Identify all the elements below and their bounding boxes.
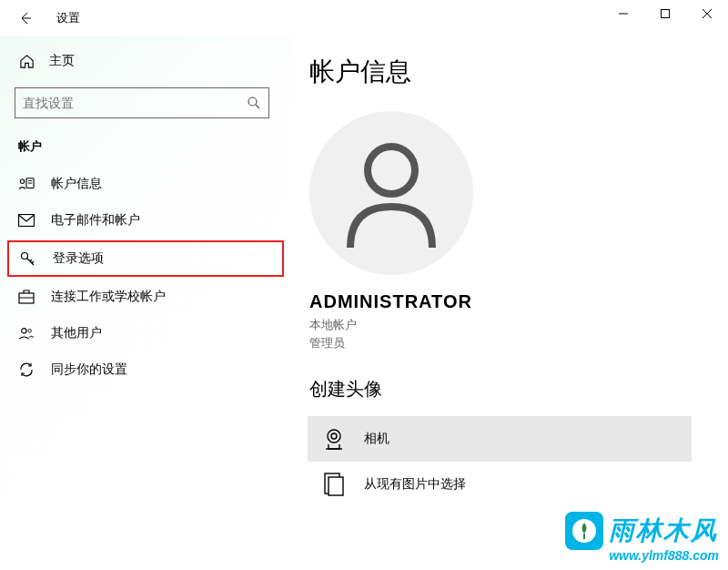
svg-point-22 bbox=[331, 433, 337, 439]
option-camera[interactable]: 相机 bbox=[308, 416, 692, 462]
search-input[interactable] bbox=[23, 96, 247, 110]
username: ADMINISTRATOR bbox=[309, 291, 692, 312]
briefcase-icon bbox=[18, 289, 35, 305]
sidebar-item-label: 登录选项 bbox=[53, 250, 104, 267]
svg-rect-2 bbox=[662, 10, 670, 18]
svg-point-21 bbox=[328, 430, 340, 443]
sidebar-item-sync[interactable]: 同步你的设置 bbox=[0, 351, 291, 388]
home-label: 主页 bbox=[49, 53, 75, 69]
svg-line-6 bbox=[256, 105, 259, 108]
close-icon bbox=[703, 9, 712, 18]
sidebar-item-label: 连接工作或学校帐户 bbox=[51, 289, 166, 305]
search-icon bbox=[247, 96, 261, 110]
person-card-icon bbox=[18, 176, 35, 192]
avatar bbox=[309, 111, 473, 275]
watermark-text: 雨林木风 bbox=[609, 514, 718, 548]
main-content: 帐户信息 ADMINISTRATOR 本地帐户 管理员 创建头像 相机 从现有图… bbox=[291, 36, 728, 570]
sidebar-item-account-info[interactable]: 帐户信息 bbox=[0, 166, 291, 202]
back-button[interactable] bbox=[7, 0, 44, 36]
svg-point-19 bbox=[28, 330, 32, 333]
account-type: 本地帐户 bbox=[309, 316, 692, 334]
search-input-wrap[interactable] bbox=[15, 87, 269, 118]
camera-icon bbox=[322, 427, 346, 451]
maximize-icon bbox=[661, 9, 670, 18]
svg-point-5 bbox=[248, 97, 257, 106]
svg-rect-25 bbox=[329, 477, 343, 495]
close-button[interactable] bbox=[686, 0, 728, 27]
sidebar-item-signin-highlight: 登录选项 bbox=[7, 240, 284, 277]
people-icon bbox=[18, 325, 35, 341]
sidebar-item-label: 帐户信息 bbox=[51, 176, 102, 192]
minimize-button[interactable] bbox=[602, 0, 644, 27]
sidebar-item-label: 同步你的设置 bbox=[51, 361, 127, 378]
mail-icon bbox=[18, 212, 35, 229]
watermark: 雨林木风 www.ylmf888.com bbox=[565, 512, 719, 563]
svg-line-15 bbox=[30, 260, 32, 261]
sidebar-item-work-school[interactable]: 连接工作或学校帐户 bbox=[0, 279, 291, 315]
sync-icon bbox=[18, 361, 35, 378]
person-icon bbox=[341, 138, 441, 248]
svg-point-8 bbox=[20, 179, 25, 184]
svg-point-12 bbox=[22, 253, 28, 260]
maximize-button[interactable] bbox=[644, 0, 686, 27]
arrow-left-icon bbox=[18, 11, 33, 25]
svg-point-20 bbox=[368, 147, 415, 194]
window-title: 设置 bbox=[56, 10, 80, 26]
sidebar: 主页 帐户 帐户信息 电子邮件和帐户 登录选项 bbox=[0, 36, 291, 570]
sidebar-item-signin[interactable]: 登录选项 bbox=[9, 242, 282, 275]
home-icon bbox=[18, 53, 35, 69]
key-icon bbox=[20, 250, 36, 267]
option-browse[interactable]: 从现有图片中选择 bbox=[308, 462, 692, 507]
option-label: 从现有图片中选择 bbox=[364, 476, 466, 493]
svg-point-18 bbox=[22, 329, 26, 333]
sidebar-item-label: 电子邮件和帐户 bbox=[51, 212, 140, 229]
account-role: 管理员 bbox=[309, 334, 692, 352]
sidebar-item-label: 其他用户 bbox=[51, 325, 102, 341]
option-label: 相机 bbox=[364, 431, 389, 447]
watermark-logo-icon bbox=[565, 512, 603, 550]
home-link[interactable]: 主页 bbox=[0, 46, 291, 76]
browse-icon bbox=[322, 473, 346, 496]
watermark-url: www.ylmf888.com bbox=[609, 548, 719, 563]
svg-line-14 bbox=[32, 261, 34, 263]
sidebar-item-email[interactable]: 电子邮件和帐户 bbox=[0, 202, 291, 239]
page-title: 帐户信息 bbox=[309, 55, 692, 89]
create-avatar-title: 创建头像 bbox=[309, 377, 692, 402]
minimize-icon bbox=[619, 9, 628, 18]
sidebar-section-header: 帐户 bbox=[0, 135, 291, 166]
sidebar-item-other-users[interactable]: 其他用户 bbox=[0, 315, 291, 351]
